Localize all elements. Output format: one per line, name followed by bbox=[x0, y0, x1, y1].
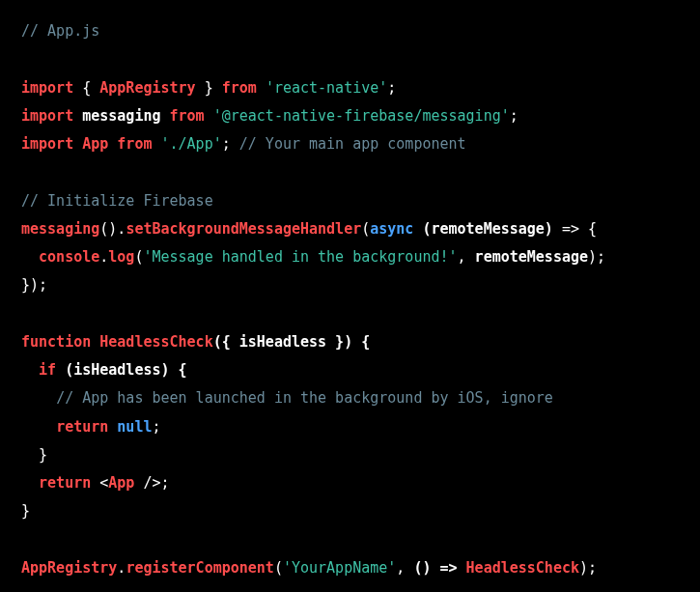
brace-close: } bbox=[39, 446, 47, 464]
keyword-import: import bbox=[21, 79, 73, 97]
if-condition: (isHeadless) { bbox=[56, 361, 186, 379]
arrow: => bbox=[562, 220, 579, 238]
dot: . bbox=[99, 248, 108, 266]
string-firebase: '@react-native-firebase/messaging' bbox=[213, 107, 510, 125]
paren-open: ( bbox=[361, 220, 370, 238]
string-app: './App' bbox=[161, 135, 222, 153]
comment-init-firebase: // Initialize Firebase bbox=[21, 192, 213, 210]
identifier-app: App bbox=[82, 135, 108, 153]
fn-headlesscheck: HeadlessCheck bbox=[99, 333, 212, 351]
semicolon: ; bbox=[387, 79, 396, 97]
identifier-console: console bbox=[39, 248, 99, 266]
brace: } bbox=[196, 79, 213, 97]
code-block: // App.js import { AppRegistry } from 'r… bbox=[21, 17, 679, 582]
jsx-tag-app: App bbox=[108, 474, 134, 492]
keyword-import: import bbox=[21, 107, 73, 125]
identifier-headlesscheck: HeadlessCheck bbox=[466, 559, 579, 577]
paren-close: ) bbox=[579, 559, 588, 577]
keyword-from: from bbox=[222, 79, 257, 97]
brace-close: } bbox=[21, 276, 30, 294]
semicolon: ; bbox=[161, 474, 170, 492]
keyword-from: from bbox=[117, 135, 152, 153]
semicolon: ; bbox=[588, 559, 597, 577]
brace-close: } bbox=[21, 502, 30, 520]
keyword-import: import bbox=[21, 135, 73, 153]
keyword-return: return bbox=[39, 474, 91, 492]
jsx-open: < bbox=[99, 474, 108, 492]
string-appname: 'YourAppName' bbox=[283, 559, 396, 577]
string-msg-handled: 'Message handled in the background!' bbox=[143, 248, 457, 266]
brace-open: { bbox=[579, 220, 597, 238]
brace: { bbox=[82, 79, 99, 97]
literal-null: null bbox=[117, 418, 152, 436]
keyword-function: function bbox=[21, 333, 91, 351]
comment-filename: // App.js bbox=[21, 22, 99, 40]
semicolon: ; bbox=[39, 276, 47, 294]
keyword-return: return bbox=[56, 418, 108, 436]
jsx-close: /> bbox=[134, 474, 160, 492]
call-messaging: messaging bbox=[21, 220, 99, 238]
string-reactnative: 'react-native' bbox=[266, 79, 387, 97]
parens: (). bbox=[99, 220, 126, 238]
param-remotemsg: (remoteMessage) bbox=[413, 220, 562, 238]
method-registercomponent: registerComponent bbox=[126, 559, 274, 577]
method-log: log bbox=[108, 248, 134, 266]
comment-main-app: // Your main app component bbox=[239, 135, 466, 153]
comment-ios-bg: // App has been launched in the backgrou… bbox=[56, 389, 553, 407]
arrow-fn: () => bbox=[413, 559, 465, 577]
keyword-async: async bbox=[370, 220, 413, 238]
comma: , bbox=[396, 559, 413, 577]
semicolon: ; bbox=[152, 418, 160, 436]
paren-close: ) bbox=[588, 248, 597, 266]
param-isheadless: ({ isHeadless }) { bbox=[213, 333, 371, 351]
identifier-messaging: messaging bbox=[82, 107, 160, 125]
identifier-remotemsg: remoteMessage bbox=[475, 248, 588, 266]
method-setbg: setBackgroundMessageHandler bbox=[126, 220, 361, 238]
identifier-appregistry: AppRegistry bbox=[99, 79, 195, 97]
semicolon: ; bbox=[597, 248, 605, 266]
paren-close: ) bbox=[30, 276, 39, 294]
identifier-appregistry: AppRegistry bbox=[21, 559, 117, 577]
keyword-if: if bbox=[39, 361, 56, 379]
paren-open: ( bbox=[274, 559, 283, 577]
keyword-from: from bbox=[170, 107, 205, 125]
comma: , bbox=[458, 248, 475, 266]
semicolon: ; bbox=[510, 107, 518, 125]
semicolon: ; bbox=[222, 135, 231, 153]
